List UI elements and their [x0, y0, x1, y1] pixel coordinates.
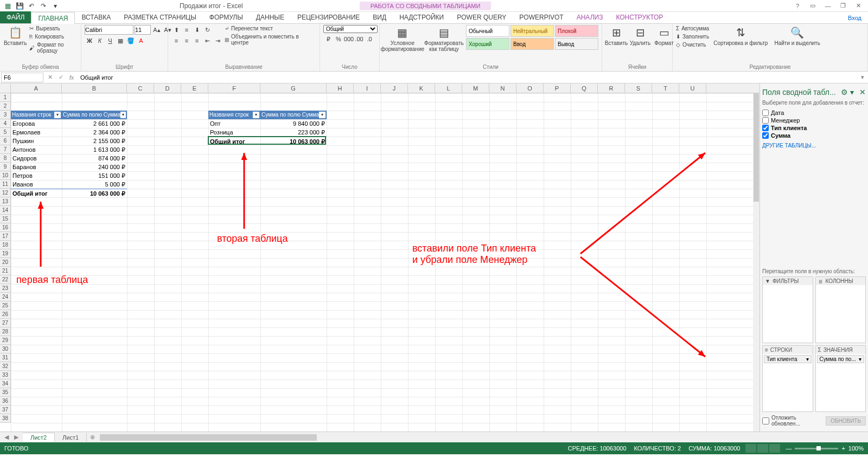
row-header[interactable]: 29	[0, 336, 10, 345]
pivot-header[interactable]: Сумма по полю Сумма▾	[62, 111, 127, 119]
zoom-level[interactable]: 100%	[848, 445, 864, 452]
cell[interactable]: Общий итог	[208, 137, 260, 145]
format-as-table-button[interactable]: ▤Форматировать как таблицу	[424, 25, 464, 53]
row-header[interactable]: 4	[0, 119, 10, 128]
pivot-header[interactable]: Сумма по полю Сумма▾	[260, 111, 327, 119]
align-right-icon[interactable]: ≡	[192, 36, 202, 46]
col-header[interactable]: K	[408, 83, 435, 93]
col-header[interactable]: C	[127, 83, 154, 93]
row-header[interactable]: 15	[0, 215, 10, 223]
row-header[interactable]: 3	[0, 111, 10, 119]
pivot-header[interactable]: Названия строк▾	[11, 111, 62, 119]
rows-item[interactable]: Тип клиента▾	[764, 355, 812, 363]
rows-area[interactable]: ≡ СТРОКИ Тип клиента▾	[762, 345, 813, 412]
row-header[interactable]: 37	[0, 405, 10, 414]
view-normal-icon[interactable]	[745, 444, 756, 453]
cell[interactable]: Егорова	[11, 119, 62, 128]
row-header[interactable]: 31	[0, 353, 10, 362]
align-center-icon[interactable]: ≡	[182, 36, 192, 46]
copy-button[interactable]: ⎘ Копировать	[29, 33, 78, 40]
paste-button[interactable]: 📋Вставить	[3, 25, 27, 47]
tab-design[interactable]: КОНСТРУКТОР	[609, 11, 669, 23]
expand-formula-icon[interactable]: ▾	[857, 72, 868, 83]
insert-cells-button[interactable]: ⊞Вставить	[605, 25, 627, 47]
percent-icon[interactable]: %	[334, 34, 343, 44]
pivot-header[interactable]: Названия строк▾	[208, 111, 260, 119]
tab-powerquery[interactable]: POWER QUERY	[450, 11, 513, 23]
autosum-button[interactable]: Σ Автосумма	[676, 25, 709, 32]
col-header[interactable]: T	[652, 83, 679, 93]
tab-analyze[interactable]: АНАЛИЗ	[570, 11, 610, 23]
increase-font-icon[interactable]: A▴	[152, 25, 162, 35]
cell[interactable]: Антонов	[11, 145, 62, 154]
tab-addins[interactable]: НАДСТРОЙКИ	[393, 11, 450, 23]
row-header[interactable]: 5	[0, 128, 10, 137]
col-header[interactable]: R	[598, 83, 625, 93]
col-header[interactable]: E	[181, 83, 208, 93]
clear-button[interactable]: ◇ Очистить	[676, 41, 709, 48]
refresh-button[interactable]: ОБНОВИТЬ	[826, 416, 866, 426]
find-select-button[interactable]: 🔍Найти и выделить	[772, 25, 822, 47]
bold-button[interactable]: Ж	[85, 36, 94, 46]
row-header[interactable]: 2	[0, 102, 10, 111]
row-header[interactable]: 1	[0, 93, 10, 102]
worksheet-grid[interactable]: ABCDEFGHIJKLMNOPQRSTU 123456789101112131…	[0, 83, 760, 432]
field-checkbox[interactable]: Сумма	[762, 132, 866, 139]
values-area[interactable]: Σ ЗНАЧЕНИЯ Сумма по по...▾	[815, 345, 866, 412]
row-header[interactable]: 20	[0, 258, 10, 267]
sheet-tab-active[interactable]: Лист2	[23, 433, 55, 442]
row-header[interactable]: 30	[0, 345, 10, 353]
cell[interactable]: 240 000 ₽	[62, 163, 127, 171]
row-header[interactable]: 19	[0, 249, 10, 258]
row-header[interactable]: 7	[0, 145, 10, 154]
filters-area[interactable]: ▼ ФИЛЬТРЫ	[762, 276, 813, 343]
redo-icon[interactable]: ↷	[39, 2, 48, 10]
col-header[interactable]: S	[625, 83, 652, 93]
style-output[interactable]: Вывод	[555, 38, 598, 50]
inc-decimal-icon[interactable]: .00	[354, 34, 364, 44]
format-cells-button[interactable]: ▭Формат	[653, 25, 675, 47]
row-header[interactable]: 27	[0, 319, 10, 327]
col-header[interactable]: B	[62, 83, 127, 93]
formula-input[interactable]	[77, 73, 857, 82]
font-color-button[interactable]: A	[136, 36, 146, 46]
name-box[interactable]	[1, 73, 43, 82]
row-header[interactable]: 9	[0, 163, 10, 171]
align-bottom-icon[interactable]: ⬇	[192, 25, 202, 35]
border-button[interactable]: ▦	[116, 36, 125, 46]
columns-area[interactable]: ⫼ КОЛОННЫ	[815, 276, 866, 343]
font-size-select[interactable]	[135, 25, 151, 35]
number-format-select[interactable]: Общий	[323, 25, 378, 33]
col-header[interactable]: A	[11, 83, 62, 93]
style-bad[interactable]: Плохой	[555, 25, 598, 37]
row-header[interactable]: 12	[0, 189, 10, 197]
pane-gear-icon[interactable]: ⚙ ▾	[841, 88, 854, 96]
format-painter-button[interactable]: 🖌 Формат по образцу	[29, 41, 78, 54]
close-icon[interactable]: ✕	[853, 2, 864, 10]
row-header[interactable]: 34	[0, 379, 10, 388]
col-header[interactable]: M	[462, 83, 489, 93]
zoom-in-icon[interactable]: +	[841, 445, 845, 452]
row-header[interactable]: 13	[0, 197, 10, 206]
horizontal-scrollbar[interactable]	[100, 434, 866, 441]
select-all-corner[interactable]	[0, 83, 11, 93]
sort-filter-button[interactable]: ⇅Сортировка и фильтр	[711, 25, 770, 47]
view-break-icon[interactable]	[769, 444, 780, 453]
delete-cells-button[interactable]: ⊟Удалить	[629, 25, 651, 47]
style-neutral[interactable]: Нейтральный	[510, 25, 554, 37]
cell[interactable]: Петров	[11, 171, 62, 180]
cut-button[interactable]: ✂ Вырезать	[29, 25, 78, 32]
cell[interactable]: Ермолаев	[11, 128, 62, 137]
col-header[interactable]: N	[489, 83, 516, 93]
conditional-format-button[interactable]: ▦Условное форматирование	[383, 25, 422, 53]
tab-review[interactable]: РЕЦЕНЗИРОВАНИЕ	[291, 11, 366, 23]
align-left-icon[interactable]: ≡	[171, 36, 181, 46]
cell[interactable]: 223 000 ₽	[260, 128, 327, 137]
row-header[interactable]: 33	[0, 371, 10, 379]
login-link[interactable]: Вход	[841, 12, 868, 23]
ribbon-options-icon[interactable]: ▭	[807, 2, 818, 10]
tab-data[interactable]: ДАННЫЕ	[250, 11, 291, 23]
row-header[interactable]: 32	[0, 362, 10, 371]
save-icon[interactable]: 💾	[15, 2, 24, 10]
row-headers[interactable]: 1234567891011121314151617181920212223242…	[0, 93, 11, 423]
